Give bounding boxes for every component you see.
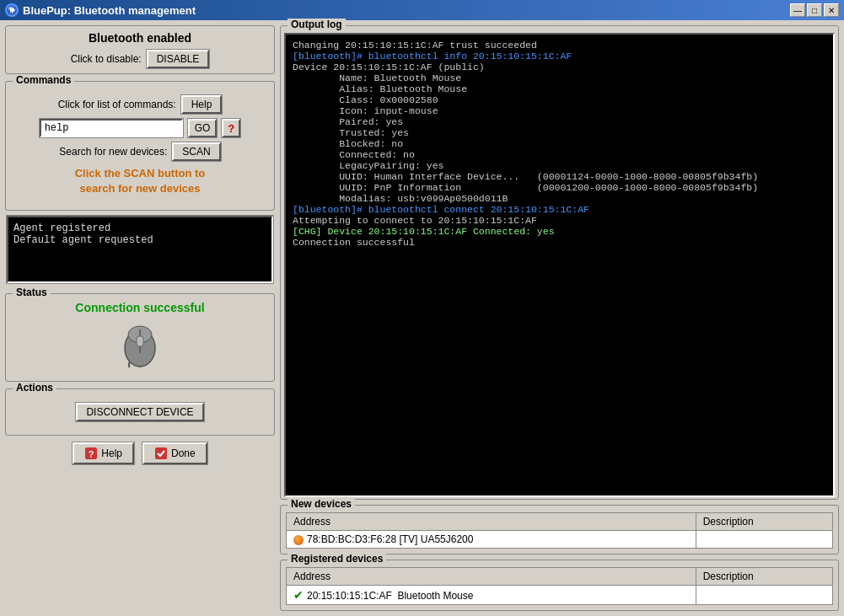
new-devices-title: New devices [288,498,355,510]
left-panel: Bluetooth enabled Click to disable: DISA… [5,25,275,611]
new-device-row[interactable]: 78:BD:BC:D3:F6:28 [TV] UA55J6200 [287,531,833,549]
orange-circle-icon [293,535,304,545]
command-input[interactable] [40,119,183,137]
maximize-button[interactable]: □ [807,3,822,17]
log-line-15: Modalias: usb:v099Ap0500d011B [293,193,826,204]
close-button[interactable]: ✕ [824,3,839,17]
log-line-2: [bluetooth]# bluetoothctl info 20:15:10:… [293,51,826,62]
mouse-icon [115,321,165,367]
log-line-12: LegacyPairing: yes [293,160,826,171]
question-button[interactable]: ? [222,119,240,137]
svg-text:?: ? [89,449,94,459]
status-title: Status [13,287,51,298]
actions-section: Actions DISCONNECT DEVICE [5,388,275,436]
mouse-image [13,321,267,367]
log-line-10: Blocked: no [293,138,826,149]
new-devices-section: New devices Address Description 78:BD:BC… [280,505,839,554]
log-line-18: [CHG] Device 20:15:10:15:1C:AF Connected… [293,226,826,237]
output-log-content[interactable]: Changing 20:15:10:15:1C:AF trust succeed… [284,33,835,497]
registered-device-row[interactable]: ✔20:15:10:15:1C:AF Bluetooth Mouse [287,586,833,605]
log-line-4: Name: Bluetooth Mouse [293,72,826,83]
registered-device-description [696,586,832,605]
help-button[interactable]: ? Help [73,442,134,464]
agent-log-line2: Default agent requested [13,234,266,246]
log-line-3: Device 20:15:10:15:1C:AF (public) [293,62,826,72]
log-line-9: Trusted: yes [293,127,826,138]
log-line-16: [bluetooth]# bluetoothctl connect 20:15:… [293,204,826,215]
new-devices-table: Address Description 78:BD:BC:D3:F6:28 [T… [286,512,833,549]
right-panel: Output log Changing 20:15:10:15:1C:AF tr… [280,25,839,611]
registered-devices-header-description: Description [696,568,832,586]
main-content: Bluetooth enabled Click to disable: DISA… [0,20,844,616]
log-line-6: Class: 0x00002580 [293,94,826,105]
registered-devices-header-address: Address [287,568,696,586]
scan-hint: Click the SCAN button to search for new … [19,166,261,196]
bluetooth-enabled-section: Bluetooth enabled Click to disable: DISA… [5,25,275,74]
log-line-5: Alias: Bluetooth Mouse [293,83,826,94]
new-device-description [696,531,832,549]
registered-devices-table: Address Description ✔20:15:10:15:1C:AF B… [286,567,833,605]
registered-devices-title: Registered devices [288,553,386,565]
actions-title: Actions [13,382,56,394]
log-line-7: Icon: input-mouse [293,105,826,116]
log-line-1: Changing 20:15:10:15:1C:AF trust succeed… [293,40,826,51]
check-icon: ✔ [293,588,304,602]
done-button[interactable]: Done [142,442,207,464]
help-icon: ? [84,447,98,460]
log-line-17: Attempting to connect to 20:15:10:15:1C:… [293,215,826,226]
log-line-8: Paired: yes [293,116,826,127]
log-line-19: Connection successful [293,237,826,248]
output-log-section: Output log Changing 20:15:10:15:1C:AF tr… [280,25,839,500]
commands-section: Commands Click for list of commands: Hel… [5,81,275,211]
scan-button[interactable]: SCAN [172,142,220,161]
status-message: Connection successful [13,301,267,314]
status-section: Status Connection successful [5,293,275,382]
disconnect-button[interactable]: DISCONNECT DEVICE [76,403,203,421]
disable-label: Click to disable: [71,53,142,65]
go-button[interactable]: GO [188,119,218,137]
log-line-14: UUID: PnP Information (00001200-0000-100… [293,182,826,193]
new-devices-header-description: Description [696,513,832,531]
log-line-13: UUID: Human Interface Device... (0000112… [293,171,826,182]
log-line-11: Connected: no [293,149,826,160]
svg-rect-8 [155,447,167,459]
app-icon [5,3,19,17]
minimize-button[interactable]: — [790,3,805,17]
window-title: BluePup: Bluetooth management [23,4,196,17]
new-device-address: 78:BD:BC:D3:F6:28 [TV] UA55J6200 [287,531,696,549]
bluetooth-status-title: Bluetooth enabled [13,31,267,45]
bottom-buttons: ? Help Done [5,439,275,466]
title-bar: BluePup: Bluetooth management — □ ✕ [0,0,844,20]
scan-label: Search for new devices: [59,146,167,158]
disable-button[interactable]: DISABLE [147,50,210,68]
window-controls: — □ ✕ [790,3,839,17]
done-icon [154,447,168,460]
agent-log-line1: Agent registered [13,222,266,234]
svg-rect-5 [137,336,143,346]
registered-devices-section: Registered devices Address Description ✔… [280,560,839,611]
agent-log: Agent registered Default agent requested [7,216,273,283]
new-devices-header-address: Address [287,513,696,531]
list-commands-label: Click for list of commands: [58,99,176,110]
help-commands-button[interactable]: Help [181,95,223,114]
commands-title: Commands [13,74,74,86]
output-log-title: Output log [288,19,346,30]
registered-device-address: ✔20:15:10:15:1C:AF Bluetooth Mouse [287,586,696,605]
